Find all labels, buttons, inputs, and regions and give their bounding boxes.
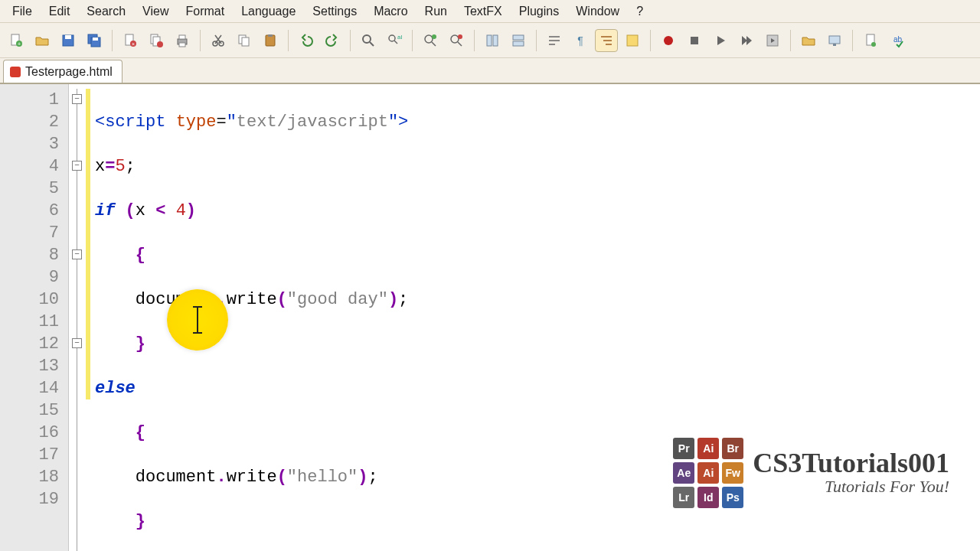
menu-format[interactable]: Format: [178, 2, 232, 21]
menu-settings[interactable]: Settings: [305, 2, 364, 21]
svg-text:+: +: [18, 41, 21, 47]
doc-icon[interactable]: [859, 29, 882, 52]
svg-rect-21: [266, 35, 275, 46]
svg-rect-39: [829, 36, 840, 44]
fold-toggle-icon[interactable]: [72, 338, 82, 348]
svg-rect-22: [268, 34, 273, 37]
app-icon: Fw: [722, 462, 743, 484]
svg-rect-35: [627, 35, 638, 46]
svg-rect-15: [179, 35, 185, 39]
close-all-icon[interactable]: [145, 29, 168, 52]
app-icon: Ai: [697, 462, 719, 484]
svg-text:¶: ¶: [577, 34, 583, 47]
svg-rect-16: [179, 43, 185, 47]
save-all-icon[interactable]: [83, 29, 106, 52]
undo-icon[interactable]: [295, 29, 318, 52]
svg-point-23: [363, 35, 371, 43]
indent-guide-icon[interactable]: [595, 29, 618, 52]
svg-rect-30: [487, 35, 492, 46]
replace-icon[interactable]: ab: [383, 29, 406, 52]
menu-run[interactable]: Run: [417, 2, 455, 21]
redo-icon[interactable]: [321, 29, 344, 52]
svg-text:ab: ab: [397, 34, 402, 41]
svg-rect-37: [691, 37, 698, 44]
app-icon: Pr: [673, 438, 694, 459]
svg-rect-4: [65, 35, 71, 39]
adobe-icon-grid: Pr Ai Br Ae Ai Fw Lr Id Ps: [673, 438, 743, 508]
svg-point-28: [451, 35, 459, 43]
menu-file[interactable]: File: [5, 2, 40, 21]
zoom-in-icon[interactable]: [419, 29, 442, 52]
menu-macro[interactable]: Macro: [366, 2, 415, 21]
svg-rect-32: [513, 35, 524, 40]
paste-icon[interactable]: [259, 29, 282, 52]
save-macro-icon[interactable]: [761, 29, 784, 52]
menu-help[interactable]: ?: [629, 2, 651, 21]
svg-point-36: [664, 36, 673, 45]
cut-icon[interactable]: [207, 29, 230, 52]
svg-point-42: [871, 42, 876, 47]
play-macro-icon[interactable]: [709, 29, 732, 52]
tab-bar: Testerpage.html: [0, 58, 980, 84]
record-macro-icon[interactable]: [657, 29, 680, 52]
wordwrap-icon[interactable]: [543, 29, 566, 52]
print-icon[interactable]: [171, 29, 194, 52]
sync-h-icon[interactable]: [507, 29, 530, 52]
play-multi-icon[interactable]: [735, 29, 758, 52]
stop-macro-icon[interactable]: [683, 29, 706, 52]
menu-edit[interactable]: Edit: [41, 2, 78, 21]
menu-window[interactable]: Window: [568, 2, 627, 21]
svg-rect-31: [493, 35, 498, 46]
spellcheck-icon[interactable]: ab: [885, 29, 908, 52]
svg-rect-7: [93, 37, 98, 41]
save-icon[interactable]: [57, 29, 80, 52]
sync-v-icon[interactable]: [481, 29, 504, 52]
app-icon: Ae: [673, 462, 694, 484]
watermark-title: CS3Tutorials001: [753, 449, 949, 477]
svg-point-24: [389, 35, 395, 41]
user-lang-icon[interactable]: [621, 29, 644, 52]
app-icon: Lr: [673, 487, 694, 508]
fold-toggle-icon[interactable]: [72, 249, 82, 259]
watermark: Pr Ai Br Ae Ai Fw Lr Id Ps CS3Tutorials0…: [673, 438, 949, 508]
menu-textfx[interactable]: TextFX: [456, 2, 510, 21]
svg-rect-33: [513, 41, 524, 46]
app-icon: Br: [722, 438, 743, 459]
svg-point-29: [458, 34, 462, 39]
svg-text:×: ×: [132, 41, 135, 47]
menu-search[interactable]: Search: [79, 2, 133, 21]
svg-rect-40: [833, 44, 836, 46]
svg-rect-20: [242, 37, 249, 46]
svg-point-13: [157, 41, 163, 47]
menu-language[interactable]: Language: [234, 2, 303, 21]
watermark-subtitle: Tutorials For You!: [825, 477, 949, 497]
app-icon: Ps: [722, 487, 743, 508]
fold-toggle-icon[interactable]: [72, 161, 82, 171]
close-file-icon[interactable]: ×: [119, 29, 142, 52]
new-file-icon[interactable]: +: [5, 29, 28, 52]
app-icon: Id: [697, 487, 719, 508]
find-icon[interactable]: [357, 29, 380, 52]
cursor-highlight-icon: [167, 289, 228, 350]
fold-toggle-icon[interactable]: [72, 94, 82, 104]
menu-view[interactable]: View: [135, 2, 176, 21]
menu-plugins[interactable]: Plugins: [511, 2, 567, 21]
open-file-icon[interactable]: [31, 29, 54, 52]
monitor-icon[interactable]: [823, 29, 846, 52]
tab-label: Testerpage.html: [25, 65, 113, 79]
folder-icon[interactable]: [797, 29, 820, 52]
menu-bar: File Edit Search View Format Language Se…: [0, 0, 980, 23]
svg-point-26: [425, 35, 433, 43]
toolbar: + × ab ¶ ab: [0, 23, 980, 58]
line-number-gutter: 123 456 789 101112 131415 161718 19: [0, 84, 69, 551]
tab-testerpage[interactable]: Testerpage.html: [3, 60, 122, 83]
svg-point-27: [432, 34, 436, 39]
copy-icon[interactable]: [233, 29, 256, 52]
show-all-chars-icon[interactable]: ¶: [569, 29, 592, 52]
fold-column[interactable]: [69, 84, 86, 551]
zoom-out-icon[interactable]: [445, 29, 468, 52]
modified-icon: [10, 67, 21, 77]
app-icon: Ai: [697, 438, 719, 459]
